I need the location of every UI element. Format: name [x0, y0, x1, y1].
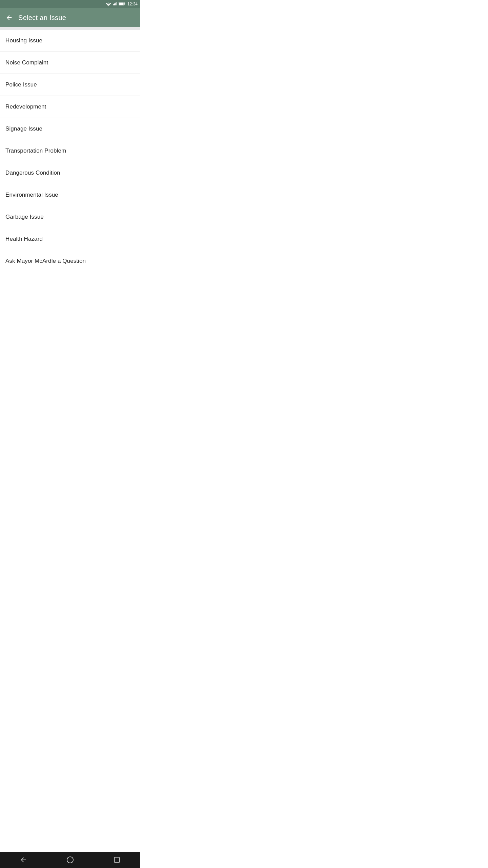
status-bar: 12:34	[0, 0, 140, 8]
wifi-icon	[106, 2, 111, 6]
list-item[interactable]: Housing Issue	[0, 30, 140, 52]
cell-signal-icon	[113, 2, 117, 6]
list-item[interactable]: Garbage Issue	[0, 206, 140, 228]
list-item[interactable]: Police Issue	[0, 74, 140, 96]
top-divider	[0, 27, 140, 30]
back-button[interactable]	[5, 14, 13, 21]
list-item[interactable]: Environmental Issue	[0, 184, 140, 206]
list-item[interactable]: Health Hazard	[0, 228, 140, 250]
list-item[interactable]: Dangerous Condition	[0, 162, 140, 184]
svg-rect-2	[124, 3, 125, 4]
list-item[interactable]: Ask Mayor McArdle a Question	[0, 250, 140, 272]
issue-list: Housing IssueNoise ComplaintPolice Issue…	[0, 30, 140, 272]
list-item[interactable]: Transportation Problem	[0, 140, 140, 162]
svg-rect-1	[119, 3, 124, 5]
page-title: Select an Issue	[18, 14, 66, 22]
list-item[interactable]: Signage Issue	[0, 118, 140, 140]
battery-icon	[119, 2, 125, 6]
list-item[interactable]: Noise Complaint	[0, 52, 140, 74]
time-display: 12:34	[127, 2, 138, 6]
app-header: Select an Issue	[0, 8, 140, 27]
list-item[interactable]: Redevelopment	[0, 96, 140, 118]
